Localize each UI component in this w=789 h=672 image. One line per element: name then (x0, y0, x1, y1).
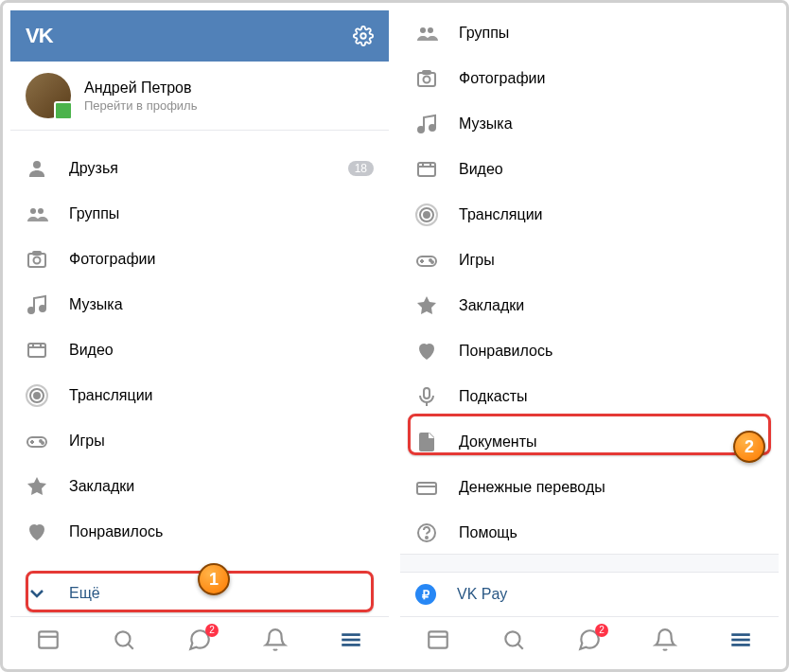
menu-item-groups[interactable]: Группы (400, 10, 779, 56)
menu-label: Понравилось (459, 343, 763, 360)
menu-item-podcasts[interactable]: Подкасты (400, 374, 779, 419)
help-icon (415, 522, 438, 544)
menu-label: Закладки (69, 478, 374, 495)
menu-item-liked[interactable]: Понравилось (400, 328, 779, 374)
vkpay-label: VK Pay (457, 586, 507, 603)
nav-badge: 2 (205, 624, 219, 637)
nav-menu[interactable] (338, 627, 364, 653)
menu-label: Музыка (69, 296, 374, 313)
vkpay-icon: ₽ (415, 584, 436, 605)
groups-icon (26, 203, 48, 225)
menu-item-games[interactable]: Игры (10, 418, 389, 464)
svg-point-5 (34, 257, 41, 264)
menu-item-live[interactable]: Трансляции (400, 192, 779, 238)
svg-point-7 (28, 308, 34, 313)
menu-item-video[interactable]: Видео (400, 147, 779, 192)
menu-label: Игры (459, 252, 763, 269)
menu-item-bookmarks[interactable]: Закладки (10, 464, 389, 509)
svg-point-1 (33, 161, 41, 168)
profile-row[interactable]: Андрей Петров Перейти в профиль (10, 62, 389, 131)
video-icon (26, 339, 48, 362)
nav-search[interactable] (111, 627, 137, 653)
menu-label: Группы (69, 205, 374, 222)
video-icon (415, 158, 438, 181)
screenshot-right: ГруппыФотографииМузыкаВидеоТрансляцииИгр… (400, 10, 779, 662)
menu-item-money[interactable]: Денежные переводы (400, 465, 779, 510)
svg-point-13 (34, 393, 40, 398)
svg-point-31 (424, 77, 430, 83)
menu-label: Денежные переводы (459, 479, 763, 496)
menu-label: Фотографии (459, 70, 763, 87)
vk-logo-icon: VK (26, 24, 53, 48)
photos-icon (26, 248, 48, 271)
svg-point-52 (426, 537, 428, 539)
count-badge: 18 (348, 161, 374, 176)
svg-rect-4 (28, 254, 45, 267)
bottom-nav: 2 (400, 616, 779, 662)
settings-button[interactable] (353, 26, 374, 46)
svg-point-28 (420, 27, 426, 33)
menu-item-photos[interactable]: Фотографии (400, 56, 779, 101)
liked-icon (415, 340, 438, 363)
menu-item-music[interactable]: Музыка (10, 282, 389, 327)
nav-search[interactable] (500, 627, 527, 653)
menu-label: Музыка (459, 115, 763, 133)
svg-point-2 (30, 208, 36, 214)
menu-item-live[interactable]: Трансляции (10, 373, 389, 418)
nav-notifications[interactable] (262, 627, 289, 653)
menu-item-liked[interactable]: Понравилось (10, 509, 389, 555)
menu-label: Документы (459, 433, 763, 451)
photos-icon (415, 67, 438, 90)
nav-news[interactable] (35, 627, 61, 653)
menu-item-photos[interactable]: Фотографии (10, 237, 389, 282)
profile-name: Андрей Петров (84, 80, 197, 97)
screenshot-left: VK Андрей Петров Перейти в профиль Друзь… (10, 10, 389, 662)
svg-point-33 (418, 127, 424, 133)
menu-item-help[interactable]: Помощь (400, 510, 779, 554)
menu-item-documents[interactable]: Документы (400, 419, 779, 465)
nav-notifications[interactable] (652, 627, 678, 653)
menu-item-bookmarks[interactable]: Закладки (400, 283, 779, 328)
nav-menu[interactable] (728, 627, 754, 653)
svg-point-29 (428, 27, 433, 33)
svg-rect-47 (424, 388, 430, 398)
svg-point-55 (505, 631, 519, 645)
svg-line-24 (128, 644, 132, 648)
menu-list: Друзья18ГруппыФотографииМузыкаВидеоТранс… (10, 146, 389, 571)
svg-line-56 (517, 644, 522, 648)
liked-icon (26, 521, 48, 543)
svg-point-23 (115, 631, 130, 645)
live-icon (415, 203, 438, 226)
menu-label: Трансляции (69, 387, 374, 404)
menu-item-video[interactable]: Видео (10, 327, 389, 373)
nav-news[interactable] (425, 627, 451, 653)
menu-item-groups[interactable]: Группы (10, 191, 389, 237)
games-icon (415, 249, 438, 272)
svg-point-3 (38, 208, 44, 214)
chevron-down-icon (26, 582, 48, 605)
menu-item-music[interactable]: Музыка (400, 101, 779, 147)
vkpay-row[interactable]: ₽ VK Pay (400, 573, 779, 616)
friends-icon (26, 157, 48, 180)
svg-point-8 (40, 306, 45, 311)
svg-point-0 (360, 33, 366, 39)
music-icon (26, 293, 48, 316)
svg-point-46 (431, 261, 433, 263)
menu-item-friends[interactable]: Друзья18 (10, 146, 389, 191)
bookmarks-icon (415, 294, 438, 317)
svg-point-20 (42, 442, 44, 444)
menu-label: Видео (69, 342, 374, 359)
music-icon (415, 113, 438, 135)
nav-messages[interactable]: 2 (186, 627, 213, 653)
documents-icon (415, 431, 438, 453)
more-button[interactable]: Ещё (10, 571, 389, 616)
games-icon (26, 430, 48, 452)
groups-icon (415, 22, 438, 44)
nav-messages[interactable]: 2 (576, 627, 603, 653)
menu-label: Видео (459, 161, 763, 178)
app-header: VK (10, 10, 389, 62)
money-icon (415, 476, 438, 499)
menu-item-games[interactable]: Игры (400, 238, 779, 283)
live-icon (26, 384, 48, 407)
avatar (26, 73, 71, 118)
